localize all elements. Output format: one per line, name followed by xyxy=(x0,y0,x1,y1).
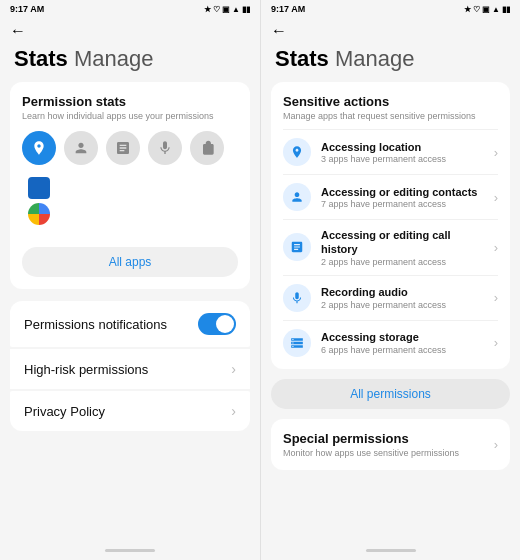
audio-icon xyxy=(283,284,311,312)
high-risk-label: High-risk permissions xyxy=(24,362,231,377)
back-button-left[interactable]: ← xyxy=(0,16,260,42)
location-chevron-icon: › xyxy=(494,145,498,160)
privacy-policy-item[interactable]: Privacy Policy › xyxy=(10,391,250,431)
calls-chevron-icon: › xyxy=(494,240,498,255)
bt-icon: ★ xyxy=(204,5,211,14)
high-risk-chevron-icon: › xyxy=(231,361,236,377)
perm-icon-contacts[interactable] xyxy=(64,131,98,165)
sensitive-item-calls[interactable]: Accessing or editing call history 2 apps… xyxy=(283,219,498,275)
content-right: Sensitive actions Manage apps that reque… xyxy=(261,82,520,544)
bottom-bar-right xyxy=(261,544,520,560)
time-left: 9:17 AM xyxy=(10,4,44,14)
card-title: Permission stats xyxy=(22,94,238,109)
sensitive-title: Sensitive actions xyxy=(283,94,498,109)
all-permissions-button[interactable]: All permissions xyxy=(271,379,510,409)
all-apps-button[interactable]: All apps xyxy=(22,247,238,277)
bottom-bar-left xyxy=(0,544,260,560)
status-icons-left: ★ ♡ ▣ ▲ ▮▮ xyxy=(204,5,250,14)
storage-icon xyxy=(283,329,311,357)
permission-stats-card: Permission stats Learn how individual ap… xyxy=(10,82,250,289)
special-permissions-section[interactable]: Special permissions Monitor how apps use… xyxy=(271,419,510,470)
calls-title: Accessing or editing call history xyxy=(321,228,484,257)
special-sub: Monitor how apps use sensitive permissio… xyxy=(283,448,459,458)
contacts-sub: 7 apps have permanent access xyxy=(321,199,484,209)
perm-icon-calls[interactable] xyxy=(106,131,140,165)
back-button-right[interactable]: ← xyxy=(261,16,520,42)
app-icons-area xyxy=(22,177,238,237)
title-part1-right: Stats xyxy=(275,46,329,71)
perm-icon-mic[interactable] xyxy=(148,131,182,165)
location-text: Accessing location 3 apps have permanent… xyxy=(321,140,484,164)
contacts-icon xyxy=(283,183,311,211)
app-item-blue xyxy=(28,177,238,199)
time-right: 9:17 AM xyxy=(271,4,305,14)
title-part2-left: Manage xyxy=(74,46,154,71)
storage-sub: 6 apps have permanent access xyxy=(321,345,484,355)
home-indicator-left xyxy=(105,549,155,552)
sensitive-actions-card: Sensitive actions Manage apps that reque… xyxy=(271,82,510,369)
calls-text: Accessing or editing call history 2 apps… xyxy=(321,228,484,267)
page-title-right: Stats Manage xyxy=(261,42,520,82)
storage-title: Accessing storage xyxy=(321,330,484,344)
location-title: Accessing location xyxy=(321,140,484,154)
heart-icon-r: ♡ xyxy=(473,5,480,14)
left-list-items: Permissions notifications High-risk perm… xyxy=(10,301,250,431)
title-part2-right: Manage xyxy=(335,46,415,71)
card-subtitle: Learn how individual apps use your permi… xyxy=(22,111,238,121)
status-bar-right: 9:17 AM ★ ♡ ▣ ▲ ▮▮ xyxy=(261,0,520,16)
app-icon-chrome xyxy=(28,203,50,225)
audio-text: Recording audio 2 apps have permanent ac… xyxy=(321,285,484,309)
high-risk-item[interactable]: High-risk permissions › xyxy=(10,349,250,389)
perm-icon-location[interactable] xyxy=(22,131,56,165)
app-icon-blue xyxy=(28,177,50,199)
audio-chevron-icon: › xyxy=(494,290,498,305)
location-icon xyxy=(283,138,311,166)
sensitive-subtitle: Manage apps that request sensitive permi… xyxy=(283,111,498,121)
right-panel: 9:17 AM ★ ♡ ▣ ▲ ▮▮ ← Stats Manage Sensit… xyxy=(260,0,520,560)
bt-icon-r: ★ xyxy=(464,5,471,14)
special-title: Special permissions xyxy=(283,431,459,446)
permissions-notifications-item[interactable]: Permissions notifications xyxy=(10,301,250,347)
app-item-chrome xyxy=(28,203,238,225)
permission-icons-row xyxy=(22,131,238,165)
left-panel: 9:17 AM ★ ♡ ▣ ▲ ▮▮ ← Stats Manage Permis… xyxy=(0,0,260,560)
sensitive-item-audio[interactable]: Recording audio 2 apps have permanent ac… xyxy=(283,275,498,320)
perm-icon-storage[interactable] xyxy=(190,131,224,165)
notifications-toggle[interactable] xyxy=(198,313,236,335)
permissions-notifications-label: Permissions notifications xyxy=(24,317,198,332)
sensitive-item-storage[interactable]: Accessing storage 6 apps have permanent … xyxy=(283,320,498,365)
contacts-chevron-icon: › xyxy=(494,190,498,205)
status-icons-right: ★ ♡ ▣ ▲ ▮▮ xyxy=(464,5,510,14)
special-chevron-icon: › xyxy=(494,437,498,452)
title-part1-left: Stats xyxy=(14,46,68,71)
sensitive-item-contacts[interactable]: Accessing or editing contacts 7 apps hav… xyxy=(283,174,498,219)
audio-sub: 2 apps have permanent access xyxy=(321,300,484,310)
wifi-icon-r: ▲ xyxy=(492,5,500,14)
storage-chevron-icon: › xyxy=(494,335,498,350)
battery-icon: ▮▮ xyxy=(242,5,250,14)
contacts-text: Accessing or editing contacts 7 apps hav… xyxy=(321,185,484,209)
heart-icon: ♡ xyxy=(213,5,220,14)
location-sub: 3 apps have permanent access xyxy=(321,154,484,164)
calls-sub: 2 apps have permanent access xyxy=(321,257,484,267)
msg-icon-r: ▣ xyxy=(482,5,490,14)
storage-text: Accessing storage 6 apps have permanent … xyxy=(321,330,484,354)
wifi-icon: ▲ xyxy=(232,5,240,14)
special-text: Special permissions Monitor how apps use… xyxy=(283,431,459,458)
sensitive-item-location[interactable]: Accessing location 3 apps have permanent… xyxy=(283,129,498,174)
content-left: Permission stats Learn how individual ap… xyxy=(0,82,260,544)
page-title-left: Stats Manage xyxy=(0,42,260,82)
contacts-title: Accessing or editing contacts xyxy=(321,185,484,199)
audio-title: Recording audio xyxy=(321,285,484,299)
privacy-policy-chevron-icon: › xyxy=(231,403,236,419)
status-bar-left: 9:17 AM ★ ♡ ▣ ▲ ▮▮ xyxy=(0,0,260,16)
home-indicator-right xyxy=(366,549,416,552)
privacy-policy-label: Privacy Policy xyxy=(24,404,231,419)
msg-icon: ▣ xyxy=(222,5,230,14)
battery-icon-r: ▮▮ xyxy=(502,5,510,14)
calls-icon xyxy=(283,233,311,261)
